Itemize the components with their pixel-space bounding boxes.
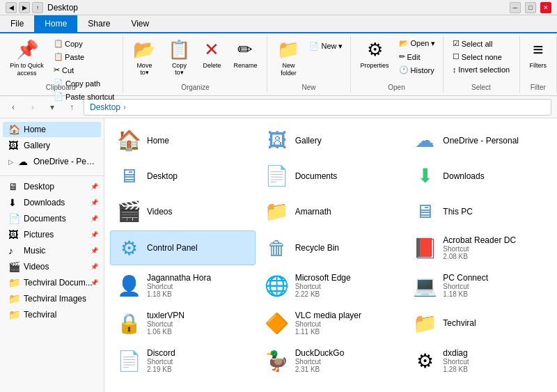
item-amarnath[interactable]: 📁 Amarnath — [258, 195, 404, 228]
techviral-folder-content-icon: 📁 — [412, 312, 437, 335]
paste-shortcut-btn[interactable]: 📄 Paste shortcut — [51, 91, 117, 102]
maximize-btn[interactable]: □ — [525, 2, 536, 13]
open-label: Open ▾ — [411, 39, 436, 48]
minimize-btn[interactable]: ─ — [510, 2, 521, 13]
new-folder-btn[interactable]: 📁 Newfolder — [272, 38, 305, 79]
tab-home[interactable]: Home — [34, 15, 77, 32]
clipboard-label: Clipboard — [0, 84, 122, 91]
item-this-pc[interactable]: 🖥 This PC — [406, 195, 551, 228]
copy-btn[interactable]: 📋 Copy — [51, 38, 117, 49]
sidebar-item-techviral-images[interactable]: 📁 Techviral Images — [3, 291, 101, 306]
item-recycle-bin[interactable]: 🗑 Recycle Bin — [258, 230, 404, 265]
select-all-btn[interactable]: ☑ Select all — [450, 38, 512, 49]
select-label: Select — [444, 84, 519, 91]
onedrive-content-label: OneDrive - Personal — [443, 136, 519, 146]
discord-content-icon: 📄 — [116, 350, 141, 373]
item-ms-edge[interactable]: 🌐 Microsoft Edge Shortcut 2.22 KB — [258, 268, 404, 303]
new-folder-icon: 📁 — [277, 39, 299, 61]
control-panel-content-label: Control Panel — [147, 243, 198, 253]
item-videos[interactable]: 🎬 Videos — [110, 195, 256, 228]
item-documents[interactable]: 📄 Documents — [258, 159, 404, 192]
item-discord[interactable]: 📄 Discord Shortcut 2.19 KB — [110, 343, 256, 378]
acrobat-content-label: Acrobat Reader DC — [443, 235, 516, 245]
item-jagannatha[interactable]: 👤 Jagannatha Hora Shortcut 1.18 KB — [110, 268, 256, 303]
tab-view[interactable]: View — [120, 15, 159, 32]
cut-btn[interactable]: ✂ Cut — [51, 64, 117, 76]
delete-btn[interactable]: ✕ Delete — [197, 38, 226, 70]
back-icon[interactable]: ◀ — [6, 2, 17, 13]
expand-icon[interactable]: ▷ — [8, 158, 15, 166]
pin-to-quick-btn[interactable]: 📌 Pin to Quick access — [4, 38, 49, 79]
desktop-content-label: Desktop — [147, 171, 178, 181]
item-dxdiag[interactable]: ⚙ dxdiag Shortcut 1.28 KB — [406, 343, 551, 378]
videos-content-icon: 🎬 — [116, 200, 141, 223]
sidebar-item-gallery[interactable]: 🖼 Gallery — [3, 138, 101, 153]
techviral-folder-content-label: Techviral — [443, 318, 476, 328]
item-tuxler[interactable]: 🔒 tuxlerVPN Shortcut 1.06 KB — [110, 306, 256, 340]
acrobat-content-icon: 📕 — [412, 237, 437, 260]
open-btn[interactable]: 📂 Open ▾ — [396, 38, 439, 49]
acrobat-size: 2.08 KB — [443, 253, 516, 260]
item-vlc[interactable]: 🔶 VLC media player Shortcut 1.11 KB — [258, 306, 404, 340]
item-acrobat[interactable]: 📕 Acrobat Reader DC Shortcut 2.08 KB — [406, 230, 551, 265]
documents-content-label: Documents — [295, 171, 338, 181]
amarnath-content-icon: 📁 — [265, 200, 290, 223]
close-btn[interactable]: ✕ — [540, 2, 551, 13]
address-path[interactable]: Desktop › — [84, 99, 551, 116]
item-duckduckgo[interactable]: 🦆 DuckDuckGo Shortcut 2.31 KB — [258, 343, 404, 378]
tab-file[interactable]: File — [0, 15, 34, 32]
item-desktop[interactable]: 🖥 Desktop — [110, 159, 256, 192]
item-gallery[interactable]: 🖼 Gallery — [258, 124, 404, 157]
sidebar-item-desktop[interactable]: 🖥 Desktop 📌 — [3, 179, 101, 194]
jagannatha-size: 1.18 KB — [147, 290, 211, 298]
sidebar-gallery-label: Gallery — [24, 141, 95, 150]
up-icon[interactable]: ↑ — [32, 2, 43, 13]
invert-icon: ↕ — [453, 65, 457, 74]
downloads-content-icon: ⬇ — [412, 164, 437, 187]
sidebar-techviral-label: Techviral — [24, 310, 95, 320]
sidebar-item-techviral[interactable]: 📁 Techviral — [3, 307, 101, 322]
item-downloads[interactable]: ⬇ Downloads — [406, 159, 551, 192]
move-to-btn[interactable]: 📂 Move to▾ — [127, 38, 161, 77]
ms-edge-content-label: Microsoft Edge — [295, 273, 351, 283]
ribbon-group-clipboard: 📌 Pin to Quick access 📋 Copy 📋 Paste ✂ C… — [0, 36, 123, 93]
tab-share[interactable]: Share — [77, 15, 120, 32]
select-none-btn[interactable]: ☐ Select none — [450, 51, 512, 63]
copy-to-btn[interactable]: 📋 Copy to▾ — [162, 38, 196, 77]
sidebar-item-techviral-docum[interactable]: 📁 Techviral Docum... 📌 — [3, 275, 101, 290]
vlc-content-label: VLC media player — [295, 311, 361, 320]
sidebar-item-pictures[interactable]: 🖼 Pictures 📌 — [3, 227, 101, 242]
new-item-btn[interactable]: 📄 New ▾ — [306, 40, 345, 52]
sidebar-item-home[interactable]: 🏠 Home — [3, 122, 101, 137]
invert-selection-btn[interactable]: ↕ Invert selection — [450, 64, 512, 75]
sidebar-techviral-images-label: Techviral Images — [24, 294, 95, 304]
forward-icon[interactable]: ▶ — [19, 2, 30, 13]
item-control-panel[interactable]: ⚙ Control Panel — [110, 230, 256, 265]
sidebar-separator — [0, 172, 104, 176]
history-btn[interactable]: 🕐 History — [396, 64, 439, 76]
item-onedrive[interactable]: ☁ OneDrive - Personal — [406, 124, 551, 157]
sidebar-item-onedrive[interactable]: ▷ ☁ OneDrive - Persona — [3, 154, 101, 169]
item-pc-connect[interactable]: 💻 PC Connect Shortcut 1.18 KB — [406, 268, 551, 303]
filters-btn[interactable]: ≡ Filters — [524, 38, 553, 70]
sidebar-item-music[interactable]: ♪ Music 📌 — [3, 243, 101, 258]
cut-icon: ✂ — [54, 65, 60, 75]
filters-icon: ≡ — [533, 39, 543, 61]
paste-btn[interactable]: 📋 Paste — [51, 51, 117, 63]
sidebar-item-videos[interactable]: 🎬 Videos 📌 — [3, 259, 101, 274]
sidebar-item-downloads[interactable]: ⬇ Downloads 📌 — [3, 195, 101, 210]
item-techviral-folder[interactable]: 📁 Techviral — [406, 306, 551, 340]
rename-btn[interactable]: ✏ Rename — [228, 38, 262, 70]
videos-content-label: Videos — [147, 207, 172, 217]
recycle-bin-content-label: Recycle Bin — [295, 243, 339, 253]
edit-btn[interactable]: ✏ Edit — [396, 51, 439, 63]
item-home[interactable]: 🏠 Home — [110, 124, 256, 157]
copy-label: Copy — [65, 40, 83, 48]
sidebar-item-documents[interactable]: 📄 Documents 📌 — [3, 211, 101, 226]
pin-indicator: 📌 — [91, 183, 98, 190]
paste-shortcut-label: Paste shortcut — [65, 93, 114, 101]
new-folder-label: Newfolder — [281, 62, 297, 77]
cut-label: Cut — [62, 66, 74, 75]
properties-btn[interactable]: ⚙ Properties — [355, 38, 395, 70]
rename-icon: ✏ — [237, 39, 253, 61]
